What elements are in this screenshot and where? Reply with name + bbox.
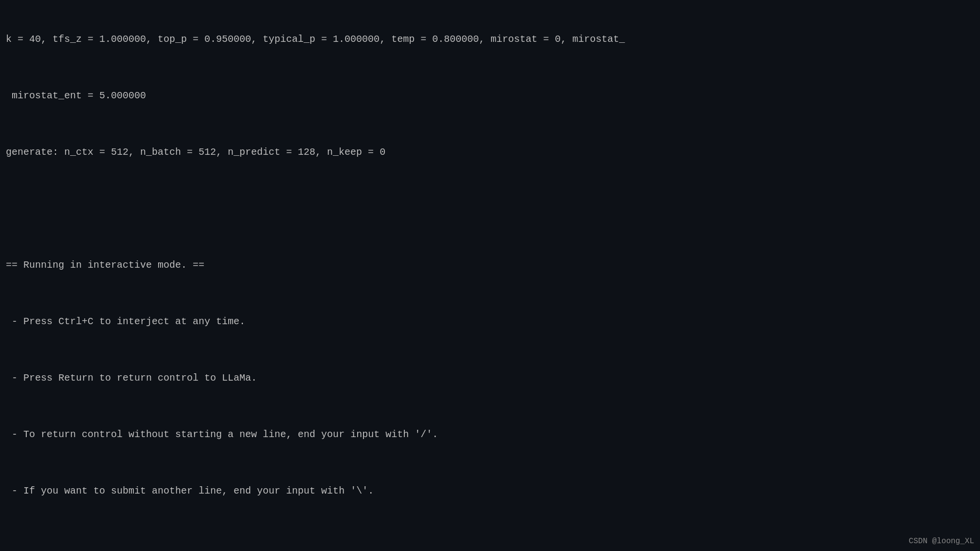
- config-line-2: mirostat_ent = 5.000000: [6, 89, 974, 103]
- config-line-1: k = 40, tfs_z = 1.000000, top_p = 0.9500…: [6, 32, 974, 46]
- return-hint: - Press Return to return control to LLaM…: [6, 371, 974, 385]
- ctrl-c-hint: - Press Ctrl+C to interject at any time.: [6, 314, 974, 329]
- interactive-mode-header: == Running in interactive mode. ==: [6, 258, 974, 272]
- backslash-hint: - If you want to submit another line, en…: [6, 484, 974, 498]
- watermark-text: CSDN @loong_XL: [909, 536, 974, 547]
- config-line-3: generate: n_ctx = 512, n_batch = 512, n_…: [6, 145, 974, 159]
- slash-hint: - To return control without starting a n…: [6, 427, 974, 441]
- terminal-output: k = 40, tfs_z = 1.000000, top_p = 0.9500…: [6, 4, 974, 551]
